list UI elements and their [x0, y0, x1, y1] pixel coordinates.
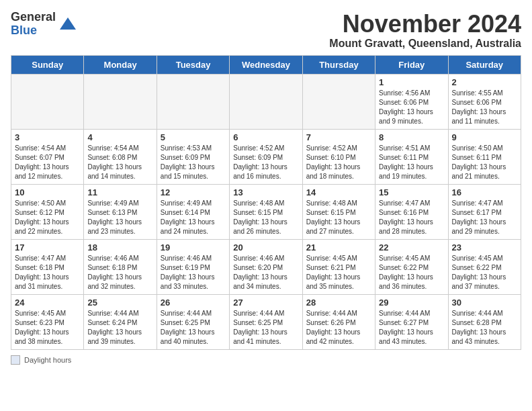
table-row	[157, 74, 229, 129]
table-row: 1Sunrise: 4:56 AM Sunset: 6:06 PM Daylig…	[375, 74, 448, 129]
day-info: Sunrise: 4:47 AM Sunset: 6:17 PM Dayligh…	[452, 199, 517, 236]
table-row: 19Sunrise: 4:46 AM Sunset: 6:19 PM Dayli…	[157, 239, 229, 294]
table-row: 27Sunrise: 4:44 AM Sunset: 6:25 PM Dayli…	[230, 294, 302, 349]
calendar-header: Sunday Monday Tuesday Wednesday Thursday…	[11, 55, 521, 74]
day-info: Sunrise: 4:47 AM Sunset: 6:16 PM Dayligh…	[379, 199, 444, 236]
day-number: 6	[233, 132, 298, 142]
day-info: Sunrise: 4:54 AM Sunset: 6:07 PM Dayligh…	[15, 144, 80, 181]
day-info: Sunrise: 4:48 AM Sunset: 6:15 PM Dayligh…	[233, 199, 298, 236]
day-number: 9	[452, 132, 517, 142]
day-number: 22	[379, 242, 444, 253]
day-info: Sunrise: 4:44 AM Sunset: 6:27 PM Dayligh…	[379, 309, 444, 347]
day-info: Sunrise: 4:55 AM Sunset: 6:06 PM Dayligh…	[452, 89, 517, 126]
day-info: Sunrise: 4:46 AM Sunset: 6:18 PM Dayligh…	[87, 254, 152, 291]
table-row: 10Sunrise: 4:50 AM Sunset: 6:12 PM Dayli…	[11, 184, 84, 239]
day-number: 29	[379, 298, 444, 308]
day-number: 8	[379, 132, 444, 142]
day-info: Sunrise: 4:44 AM Sunset: 6:28 PM Dayligh…	[452, 309, 517, 347]
location-subtitle: Mount Gravatt, Queensland, Australia	[329, 38, 521, 50]
day-number: 7	[306, 132, 371, 142]
day-number: 1	[379, 77, 444, 87]
col-tuesday: Tuesday	[157, 55, 229, 74]
day-info: Sunrise: 4:56 AM Sunset: 6:06 PM Dayligh…	[379, 89, 444, 126]
day-number: 19	[161, 242, 226, 253]
table-row: 9Sunrise: 4:50 AM Sunset: 6:11 PM Daylig…	[448, 129, 521, 184]
day-info: Sunrise: 4:46 AM Sunset: 6:19 PM Dayligh…	[161, 254, 226, 291]
table-row: 2Sunrise: 4:55 AM Sunset: 6:06 PM Daylig…	[448, 74, 521, 129]
day-info: Sunrise: 4:45 AM Sunset: 6:23 PM Dayligh…	[15, 309, 80, 347]
table-row: 11Sunrise: 4:49 AM Sunset: 6:13 PM Dayli…	[84, 184, 157, 239]
day-number: 15	[379, 187, 444, 197]
col-friday: Friday	[375, 55, 448, 74]
table-row: 25Sunrise: 4:44 AM Sunset: 6:24 PM Dayli…	[84, 294, 157, 349]
logo-icon	[58, 15, 77, 34]
table-row: 4Sunrise: 4:54 AM Sunset: 6:08 PM Daylig…	[84, 129, 157, 184]
table-row: 12Sunrise: 4:49 AM Sunset: 6:14 PM Dayli…	[157, 184, 229, 239]
calendar-table: Sunday Monday Tuesday Wednesday Thursday…	[11, 55, 521, 350]
table-row: 16Sunrise: 4:47 AM Sunset: 6:17 PM Dayli…	[448, 184, 521, 239]
table-row: 29Sunrise: 4:44 AM Sunset: 6:27 PM Dayli…	[375, 294, 448, 349]
day-info: Sunrise: 4:45 AM Sunset: 6:21 PM Dayligh…	[306, 254, 371, 291]
day-number: 20	[233, 242, 298, 253]
day-number: 2	[452, 77, 517, 87]
day-info: Sunrise: 4:50 AM Sunset: 6:11 PM Dayligh…	[452, 144, 517, 181]
title-block: November 2024 Mount Gravatt, Queensland,…	[329, 11, 521, 50]
footer: Daylight hours	[11, 355, 521, 365]
day-info: Sunrise: 4:44 AM Sunset: 6:25 PM Dayligh…	[161, 309, 226, 347]
day-info: Sunrise: 4:46 AM Sunset: 6:20 PM Dayligh…	[233, 254, 298, 291]
day-info: Sunrise: 4:48 AM Sunset: 6:15 PM Dayligh…	[306, 199, 371, 236]
table-row: 30Sunrise: 4:44 AM Sunset: 6:28 PM Dayli…	[448, 294, 521, 349]
day-number: 28	[306, 298, 371, 308]
day-number: 4	[87, 132, 152, 142]
day-number: 16	[452, 187, 517, 197]
daylight-legend-box	[11, 355, 20, 365]
table-row: 23Sunrise: 4:45 AM Sunset: 6:22 PM Dayli…	[448, 239, 521, 294]
table-row: 8Sunrise: 4:51 AM Sunset: 6:11 PM Daylig…	[375, 129, 448, 184]
footer-label: Daylight hours	[24, 356, 71, 364]
month-title: November 2024	[329, 11, 521, 38]
col-monday: Monday	[84, 55, 157, 74]
svg-marker-0	[60, 17, 76, 30]
day-number: 18	[87, 242, 152, 253]
day-number: 30	[452, 298, 517, 308]
day-number: 11	[87, 187, 152, 197]
calendar-body: 1Sunrise: 4:56 AM Sunset: 6:06 PM Daylig…	[11, 74, 521, 349]
page-header: General Blue November 2024 Mount Gravatt…	[11, 11, 521, 50]
table-row: 20Sunrise: 4:46 AM Sunset: 6:20 PM Dayli…	[230, 239, 302, 294]
day-number: 25	[87, 298, 152, 308]
table-row: 22Sunrise: 4:45 AM Sunset: 6:22 PM Dayli…	[375, 239, 448, 294]
day-info: Sunrise: 4:49 AM Sunset: 6:14 PM Dayligh…	[161, 199, 226, 236]
day-info: Sunrise: 4:50 AM Sunset: 6:12 PM Dayligh…	[15, 199, 80, 236]
table-row: 14Sunrise: 4:48 AM Sunset: 6:15 PM Dayli…	[302, 184, 375, 239]
table-row: 6Sunrise: 4:52 AM Sunset: 6:09 PM Daylig…	[230, 129, 302, 184]
day-info: Sunrise: 4:44 AM Sunset: 6:25 PM Dayligh…	[233, 309, 298, 347]
table-row: 5Sunrise: 4:53 AM Sunset: 6:09 PM Daylig…	[157, 129, 229, 184]
table-row: 21Sunrise: 4:45 AM Sunset: 6:21 PM Dayli…	[302, 239, 375, 294]
logo: General Blue	[11, 11, 77, 38]
day-number: 3	[15, 132, 80, 142]
table-row: 13Sunrise: 4:48 AM Sunset: 6:15 PM Dayli…	[230, 184, 302, 239]
day-number: 24	[15, 298, 80, 308]
day-number: 23	[452, 242, 517, 253]
table-row: 24Sunrise: 4:45 AM Sunset: 6:23 PM Dayli…	[11, 294, 84, 349]
table-row	[84, 74, 157, 129]
day-info: Sunrise: 4:44 AM Sunset: 6:26 PM Dayligh…	[306, 309, 371, 347]
day-info: Sunrise: 4:53 AM Sunset: 6:09 PM Dayligh…	[161, 144, 226, 181]
day-info: Sunrise: 4:45 AM Sunset: 6:22 PM Dayligh…	[379, 254, 444, 291]
day-number: 14	[306, 187, 371, 197]
day-info: Sunrise: 4:47 AM Sunset: 6:18 PM Dayligh…	[15, 254, 80, 291]
table-row: 3Sunrise: 4:54 AM Sunset: 6:07 PM Daylig…	[11, 129, 84, 184]
day-number: 13	[233, 187, 298, 197]
logo-general: General	[11, 11, 56, 24]
table-row	[230, 74, 302, 129]
table-row: 26Sunrise: 4:44 AM Sunset: 6:25 PM Dayli…	[157, 294, 229, 349]
table-row: 7Sunrise: 4:52 AM Sunset: 6:10 PM Daylig…	[302, 129, 375, 184]
day-info: Sunrise: 4:44 AM Sunset: 6:24 PM Dayligh…	[87, 309, 152, 347]
table-row: 17Sunrise: 4:47 AM Sunset: 6:18 PM Dayli…	[11, 239, 84, 294]
table-row: 15Sunrise: 4:47 AM Sunset: 6:16 PM Dayli…	[375, 184, 448, 239]
day-info: Sunrise: 4:52 AM Sunset: 6:10 PM Dayligh…	[306, 144, 371, 181]
col-sunday: Sunday	[11, 55, 84, 74]
col-saturday: Saturday	[448, 55, 521, 74]
table-row	[11, 74, 84, 129]
table-row: 28Sunrise: 4:44 AM Sunset: 6:26 PM Dayli…	[302, 294, 375, 349]
